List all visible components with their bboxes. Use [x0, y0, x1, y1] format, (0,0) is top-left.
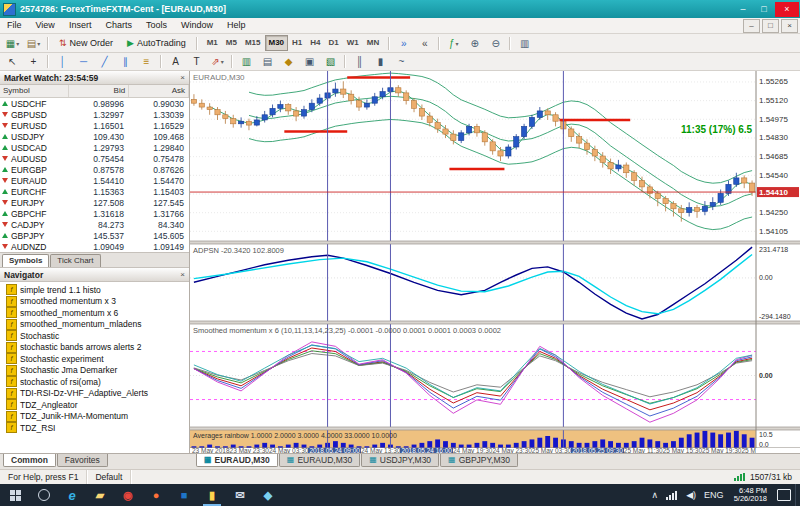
- show-desktop-button[interactable]: [795, 484, 800, 506]
- label-tool-button[interactable]: T: [187, 53, 206, 70]
- store-taskbar-button[interactable]: ◆: [254, 484, 282, 506]
- navigator-indicator-item[interactable]: fstochastic of rsi(oma): [6, 376, 189, 388]
- notification-center-button[interactable]: [773, 484, 795, 506]
- chart-tab[interactable]: ▦EURAUD,M30: [196, 454, 278, 467]
- channel-tool-button[interactable]: ∥: [116, 53, 135, 70]
- start-button[interactable]: [0, 484, 30, 506]
- window-close-button[interactable]: ×: [775, 2, 799, 17]
- navigator-indicator-item[interactable]: fTDZ_RSI: [6, 422, 189, 434]
- chart-tab[interactable]: ▦GBPJPY,M30: [440, 454, 518, 467]
- profiles-button[interactable]: ▤▾: [24, 35, 43, 52]
- chart-minimize-button[interactable]: –: [743, 19, 760, 33]
- crosshair-tool-button[interactable]: +: [24, 53, 43, 70]
- text-tool-button[interactable]: A: [166, 53, 185, 70]
- metatrader-taskbar-button[interactable]: ▮: [198, 484, 226, 506]
- tab-symbols[interactable]: Symbols: [2, 254, 49, 267]
- menu-view[interactable]: View: [29, 18, 62, 33]
- tile-windows-button[interactable]: ▥: [515, 35, 534, 52]
- navigator-close-icon[interactable]: ×: [180, 270, 185, 279]
- chart-tab[interactable]: ▦EURAUD,M30: [279, 454, 360, 467]
- navigator-indicator-item[interactable]: fstochastic bands arrows alerts 2: [6, 342, 189, 354]
- timeframe-w1[interactable]: W1: [343, 35, 363, 51]
- chart-close-button[interactable]: ×: [781, 19, 798, 33]
- window-minimize-button[interactable]: –: [733, 2, 753, 17]
- symbol-row[interactable]: GBPJPY145.537145.605: [0, 230, 189, 241]
- symbol-row[interactable]: GBPCHF1.316181.31766: [0, 208, 189, 219]
- symbol-row[interactable]: EURCHF1.153631.15403: [0, 186, 189, 197]
- chrome-taskbar-button[interactable]: ◉: [114, 484, 142, 506]
- symbol-row[interactable]: EURGBP0.875780.87626: [0, 164, 189, 175]
- chart-tab[interactable]: ▦USDJPY,M30: [361, 454, 439, 467]
- network-icon[interactable]: [662, 484, 682, 506]
- symbol-row[interactable]: AUDNZD1.090491.09149: [0, 241, 189, 252]
- file-explorer-taskbar-button[interactable]: ▰: [86, 484, 114, 506]
- navigator-indicator-item[interactable]: fTDZ_Angleator: [6, 399, 189, 411]
- navigator-toggle-button[interactable]: ◆: [279, 53, 298, 70]
- navigator-indicator-item[interactable]: fsmoothed_momentum x 6: [6, 307, 189, 319]
- chart-restore-button[interactable]: □: [762, 19, 779, 33]
- column-header-symbol[interactable]: Symbol: [0, 85, 69, 97]
- zoom-in-button[interactable]: ⊕: [465, 35, 484, 52]
- symbol-row[interactable]: USDJPY109.430109.468: [0, 131, 189, 142]
- symbol-row[interactable]: EURAUD1.544101.54470: [0, 175, 189, 186]
- autotrading-button[interactable]: ▶AutoTrading: [121, 35, 192, 52]
- vertical-line-tool-button[interactable]: │: [53, 53, 72, 70]
- strategy-tester-toggle-button[interactable]: ▧: [321, 53, 340, 70]
- symbol-row[interactable]: USDCAD1.297931.29840: [0, 142, 189, 153]
- menu-window[interactable]: Window: [174, 18, 220, 33]
- navigator-indicator-item[interactable]: fStochastic: [6, 330, 189, 342]
- template-selector[interactable]: Default: [87, 470, 131, 484]
- timeframe-d1[interactable]: D1: [325, 35, 343, 51]
- window-restore-button[interactable]: □: [754, 2, 774, 17]
- symbol-row[interactable]: USDCHF0.989960.99030: [0, 98, 189, 109]
- timeframe-h1[interactable]: H1: [288, 35, 306, 51]
- navigator-indicator-item[interactable]: fStochastic Jma Demarker: [6, 365, 189, 377]
- edge-taskbar-button[interactable]: e: [58, 484, 86, 506]
- indicators-list-button[interactable]: ƒ▾: [444, 35, 463, 52]
- menu-help[interactable]: Help: [220, 18, 253, 33]
- timeframe-m15[interactable]: M15: [241, 35, 265, 51]
- timeframe-h4[interactable]: H4: [306, 35, 324, 51]
- language-indicator[interactable]: ENG: [700, 484, 728, 506]
- mail-taskbar-button[interactable]: ✉: [226, 484, 254, 506]
- menu-insert[interactable]: Insert: [62, 18, 99, 33]
- timeframe-m30[interactable]: M30: [265, 35, 289, 51]
- bar-chart-mode-button[interactable]: ║: [350, 53, 369, 70]
- tray-expand-icon[interactable]: ∧: [648, 484, 663, 506]
- tab-tick-chart[interactable]: Tick Chart: [50, 254, 100, 267]
- photos-taskbar-button[interactable]: ■: [170, 484, 198, 506]
- navigator-indicator-item[interactable]: fsmoothed momentum x 3: [6, 296, 189, 308]
- symbol-row[interactable]: EURJPY127.508127.545: [0, 197, 189, 208]
- arrows-tool-button[interactable]: ⇗▾: [208, 53, 227, 70]
- symbol-row[interactable]: AUDUSD0.754540.75478: [0, 153, 189, 164]
- menu-charts[interactable]: Charts: [98, 18, 139, 33]
- taskbar-clock[interactable]: 6:48 PM 5/26/2018: [728, 487, 773, 504]
- navigator-indicator-item[interactable]: fsmoothed_momentum_mladens: [6, 319, 189, 331]
- new-chart-button[interactable]: ▦▾: [3, 35, 22, 52]
- timeframe-m1[interactable]: M1: [203, 35, 222, 51]
- navigator-indicator-item[interactable]: fsimple trend 1.1 histo: [6, 284, 189, 296]
- zoom-out-button[interactable]: ⊖: [486, 35, 505, 52]
- menu-tools[interactable]: Tools: [139, 18, 174, 33]
- horizontal-line-tool-button[interactable]: ─: [74, 53, 93, 70]
- symbol-row[interactable]: EURUSD1.165011.16529: [0, 120, 189, 131]
- tab-favorites[interactable]: Favorites: [57, 454, 108, 467]
- candlestick-mode-button[interactable]: ▮: [371, 53, 390, 70]
- terminal-toggle-button[interactable]: ▣: [300, 53, 319, 70]
- cursor-tool-button[interactable]: ↖: [3, 53, 22, 70]
- line-chart-mode-button[interactable]: ~: [392, 53, 411, 70]
- market-watch-toggle-button[interactable]: ▥: [237, 53, 256, 70]
- timeframe-m5[interactable]: M5: [222, 35, 241, 51]
- tab-common[interactable]: Common: [3, 454, 56, 467]
- column-header-bid[interactable]: Bid: [69, 85, 129, 97]
- menu-file[interactable]: File: [0, 18, 29, 33]
- navigator-indicator-item[interactable]: fTDI-RSI-Dz-VHF_Adaptive_Alerts: [6, 388, 189, 400]
- timeframe-mn[interactable]: MN: [363, 35, 383, 51]
- volume-icon[interactable]: ◀): [682, 484, 700, 506]
- chart-shift-button[interactable]: «: [415, 35, 434, 52]
- symbol-row[interactable]: GBPUSD1.329971.33039: [0, 109, 189, 120]
- trendline-tool-button[interactable]: ╱: [95, 53, 114, 70]
- fibonacci-tool-button[interactable]: ≡: [137, 53, 156, 70]
- new-order-button[interactable]: ⇅New Order: [53, 35, 119, 52]
- auto-scroll-button[interactable]: »: [394, 35, 413, 52]
